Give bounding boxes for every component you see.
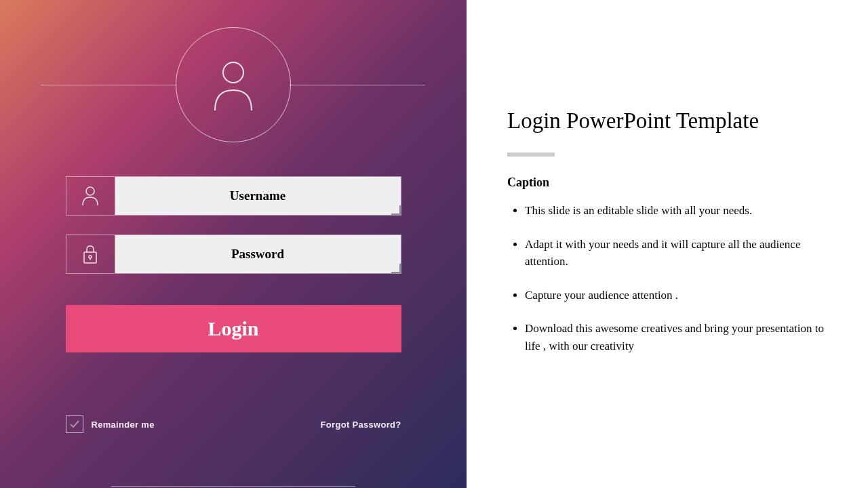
list-item: Adapt it with your needs and it will cap…	[525, 236, 841, 270]
password-icon-box	[66, 235, 115, 273]
password-row[interactable]: Password	[66, 235, 401, 274]
login-panel: Username Password Login	[0, 0, 467, 488]
svg-rect-2	[84, 252, 96, 263]
options-row: Remainder me Forgot Password?	[66, 415, 401, 433]
username-input[interactable]: Username	[115, 177, 401, 215]
list-item: Capture your audience attention .	[525, 287, 841, 304]
username-icon-box	[66, 177, 115, 215]
check-icon	[69, 420, 80, 429]
caption-heading: Caption	[507, 176, 841, 190]
divider-left	[41, 85, 177, 85]
password-input[interactable]: Password	[115, 235, 401, 273]
content-panel: Login PowerPoint Template Caption This s…	[467, 0, 868, 488]
login-form: Username Password Login	[66, 176, 401, 487]
bottom-divider	[111, 486, 355, 487]
divider-right	[290, 85, 425, 85]
list-item: Download this awesome creatives and brin…	[525, 320, 841, 354]
list-item: This slide is an editable slide with all…	[525, 202, 841, 220]
title-divider	[507, 152, 555, 157]
page-title: Login PowerPoint Template	[507, 108, 841, 134]
avatar-circle	[176, 27, 291, 142]
username-row[interactable]: Username	[66, 176, 401, 216]
lock-icon	[82, 244, 98, 264]
user-icon	[81, 186, 99, 206]
remember-checkbox[interactable]	[66, 415, 83, 433]
svg-point-1	[86, 187, 94, 195]
login-button[interactable]: Login	[66, 305, 401, 352]
user-icon	[210, 58, 257, 112]
forgot-password-link[interactable]: Forgot Password?	[321, 420, 401, 430]
svg-point-0	[223, 62, 243, 83]
remember-wrap[interactable]: Remainder me	[66, 415, 155, 433]
svg-point-3	[89, 256, 92, 258]
remember-label: Remainder me	[92, 420, 155, 430]
avatar-row	[0, 27, 467, 142]
bullet-list: This slide is an editable slide with all…	[507, 202, 841, 354]
